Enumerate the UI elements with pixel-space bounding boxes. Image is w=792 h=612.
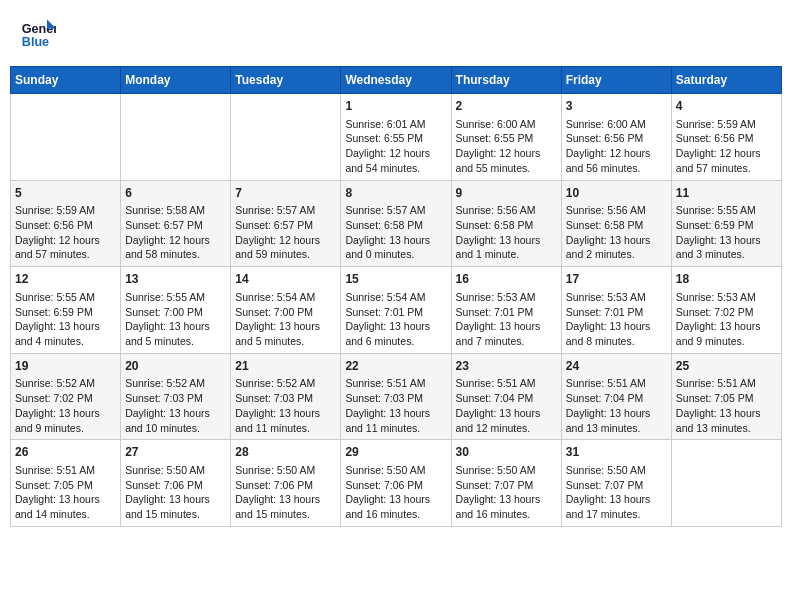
page-header: General Blue: [10, 10, 782, 56]
day-number: 2: [456, 98, 557, 115]
day-number: 16: [456, 271, 557, 288]
calendar-cell: 7Sunrise: 5:57 AM Sunset: 6:57 PM Daylig…: [231, 180, 341, 267]
calendar-cell: 4Sunrise: 5:59 AM Sunset: 6:56 PM Daylig…: [671, 94, 781, 181]
day-info: Sunrise: 5:55 AM Sunset: 6:59 PM Dayligh…: [676, 203, 777, 262]
svg-text:Blue: Blue: [22, 35, 49, 49]
day-number: 30: [456, 444, 557, 461]
day-header-sunday: Sunday: [11, 67, 121, 94]
calendar-cell: 26Sunrise: 5:51 AM Sunset: 7:05 PM Dayli…: [11, 440, 121, 527]
calendar-table: SundayMondayTuesdayWednesdayThursdayFrid…: [10, 66, 782, 527]
calendar-cell: 18Sunrise: 5:53 AM Sunset: 7:02 PM Dayli…: [671, 267, 781, 354]
day-info: Sunrise: 5:51 AM Sunset: 7:04 PM Dayligh…: [566, 376, 667, 435]
week-row-2: 5Sunrise: 5:59 AM Sunset: 6:56 PM Daylig…: [11, 180, 782, 267]
day-number: 27: [125, 444, 226, 461]
day-number: 23: [456, 358, 557, 375]
calendar-cell: 25Sunrise: 5:51 AM Sunset: 7:05 PM Dayli…: [671, 353, 781, 440]
day-header-wednesday: Wednesday: [341, 67, 451, 94]
calendar-cell: 8Sunrise: 5:57 AM Sunset: 6:58 PM Daylig…: [341, 180, 451, 267]
day-info: Sunrise: 5:51 AM Sunset: 7:05 PM Dayligh…: [676, 376, 777, 435]
day-number: 9: [456, 185, 557, 202]
calendar-cell: 16Sunrise: 5:53 AM Sunset: 7:01 PM Dayli…: [451, 267, 561, 354]
day-number: 21: [235, 358, 336, 375]
day-number: 18: [676, 271, 777, 288]
day-number: 8: [345, 185, 446, 202]
day-info: Sunrise: 5:52 AM Sunset: 7:03 PM Dayligh…: [235, 376, 336, 435]
calendar-cell: 12Sunrise: 5:55 AM Sunset: 6:59 PM Dayli…: [11, 267, 121, 354]
day-info: Sunrise: 5:51 AM Sunset: 7:03 PM Dayligh…: [345, 376, 446, 435]
calendar-cell: 28Sunrise: 5:50 AM Sunset: 7:06 PM Dayli…: [231, 440, 341, 527]
calendar-cell: [231, 94, 341, 181]
calendar-cell: 11Sunrise: 5:55 AM Sunset: 6:59 PM Dayli…: [671, 180, 781, 267]
day-number: 1: [345, 98, 446, 115]
day-info: Sunrise: 5:59 AM Sunset: 6:56 PM Dayligh…: [676, 117, 777, 176]
day-info: Sunrise: 5:57 AM Sunset: 6:57 PM Dayligh…: [235, 203, 336, 262]
day-info: Sunrise: 5:53 AM Sunset: 7:01 PM Dayligh…: [566, 290, 667, 349]
day-info: Sunrise: 5:50 AM Sunset: 7:06 PM Dayligh…: [235, 463, 336, 522]
day-info: Sunrise: 5:55 AM Sunset: 7:00 PM Dayligh…: [125, 290, 226, 349]
week-row-5: 26Sunrise: 5:51 AM Sunset: 7:05 PM Dayli…: [11, 440, 782, 527]
calendar-cell: 20Sunrise: 5:52 AM Sunset: 7:03 PM Dayli…: [121, 353, 231, 440]
calendar-cell: 29Sunrise: 5:50 AM Sunset: 7:06 PM Dayli…: [341, 440, 451, 527]
day-number: 4: [676, 98, 777, 115]
calendar-cell: 5Sunrise: 5:59 AM Sunset: 6:56 PM Daylig…: [11, 180, 121, 267]
calendar-cell: 2Sunrise: 6:00 AM Sunset: 6:55 PM Daylig…: [451, 94, 561, 181]
day-number: 22: [345, 358, 446, 375]
day-header-thursday: Thursday: [451, 67, 561, 94]
day-info: Sunrise: 5:54 AM Sunset: 7:00 PM Dayligh…: [235, 290, 336, 349]
day-info: Sunrise: 5:52 AM Sunset: 7:03 PM Dayligh…: [125, 376, 226, 435]
calendar-cell: 17Sunrise: 5:53 AM Sunset: 7:01 PM Dayli…: [561, 267, 671, 354]
day-info: Sunrise: 5:50 AM Sunset: 7:07 PM Dayligh…: [456, 463, 557, 522]
day-number: 3: [566, 98, 667, 115]
day-info: Sunrise: 5:51 AM Sunset: 7:04 PM Dayligh…: [456, 376, 557, 435]
day-number: 29: [345, 444, 446, 461]
day-number: 15: [345, 271, 446, 288]
day-number: 12: [15, 271, 116, 288]
calendar-cell: 10Sunrise: 5:56 AM Sunset: 6:58 PM Dayli…: [561, 180, 671, 267]
day-number: 14: [235, 271, 336, 288]
calendar-cell: 21Sunrise: 5:52 AM Sunset: 7:03 PM Dayli…: [231, 353, 341, 440]
logo-icon: General Blue: [20, 15, 56, 51]
day-info: Sunrise: 5:53 AM Sunset: 7:01 PM Dayligh…: [456, 290, 557, 349]
day-number: 7: [235, 185, 336, 202]
day-info: Sunrise: 5:50 AM Sunset: 7:07 PM Dayligh…: [566, 463, 667, 522]
day-header-monday: Monday: [121, 67, 231, 94]
day-number: 31: [566, 444, 667, 461]
week-row-3: 12Sunrise: 5:55 AM Sunset: 6:59 PM Dayli…: [11, 267, 782, 354]
day-info: Sunrise: 5:52 AM Sunset: 7:02 PM Dayligh…: [15, 376, 116, 435]
day-info: Sunrise: 6:01 AM Sunset: 6:55 PM Dayligh…: [345, 117, 446, 176]
day-number: 25: [676, 358, 777, 375]
day-header-saturday: Saturday: [671, 67, 781, 94]
calendar-cell: 23Sunrise: 5:51 AM Sunset: 7:04 PM Dayli…: [451, 353, 561, 440]
day-info: Sunrise: 5:56 AM Sunset: 6:58 PM Dayligh…: [566, 203, 667, 262]
calendar-cell: 13Sunrise: 5:55 AM Sunset: 7:00 PM Dayli…: [121, 267, 231, 354]
day-info: Sunrise: 5:58 AM Sunset: 6:57 PM Dayligh…: [125, 203, 226, 262]
calendar-cell: 14Sunrise: 5:54 AM Sunset: 7:00 PM Dayli…: [231, 267, 341, 354]
day-info: Sunrise: 5:54 AM Sunset: 7:01 PM Dayligh…: [345, 290, 446, 349]
calendar-cell: [121, 94, 231, 181]
day-number: 17: [566, 271, 667, 288]
calendar-cell: 27Sunrise: 5:50 AM Sunset: 7:06 PM Dayli…: [121, 440, 231, 527]
day-info: Sunrise: 5:57 AM Sunset: 6:58 PM Dayligh…: [345, 203, 446, 262]
calendar-cell: 1Sunrise: 6:01 AM Sunset: 6:55 PM Daylig…: [341, 94, 451, 181]
calendar-cell: [671, 440, 781, 527]
day-number: 28: [235, 444, 336, 461]
calendar-cell: 24Sunrise: 5:51 AM Sunset: 7:04 PM Dayli…: [561, 353, 671, 440]
calendar-cell: 30Sunrise: 5:50 AM Sunset: 7:07 PM Dayli…: [451, 440, 561, 527]
calendar-cell: 6Sunrise: 5:58 AM Sunset: 6:57 PM Daylig…: [121, 180, 231, 267]
week-row-1: 1Sunrise: 6:01 AM Sunset: 6:55 PM Daylig…: [11, 94, 782, 181]
calendar-cell: 31Sunrise: 5:50 AM Sunset: 7:07 PM Dayli…: [561, 440, 671, 527]
calendar-cell: [11, 94, 121, 181]
day-number: 10: [566, 185, 667, 202]
day-number: 11: [676, 185, 777, 202]
day-header-friday: Friday: [561, 67, 671, 94]
calendar-cell: 22Sunrise: 5:51 AM Sunset: 7:03 PM Dayli…: [341, 353, 451, 440]
calendar-cell: 9Sunrise: 5:56 AM Sunset: 6:58 PM Daylig…: [451, 180, 561, 267]
day-info: Sunrise: 5:59 AM Sunset: 6:56 PM Dayligh…: [15, 203, 116, 262]
day-number: 13: [125, 271, 226, 288]
day-number: 20: [125, 358, 226, 375]
day-number: 5: [15, 185, 116, 202]
calendar-cell: 15Sunrise: 5:54 AM Sunset: 7:01 PM Dayli…: [341, 267, 451, 354]
day-info: Sunrise: 5:53 AM Sunset: 7:02 PM Dayligh…: [676, 290, 777, 349]
day-number: 26: [15, 444, 116, 461]
day-info: Sunrise: 5:51 AM Sunset: 7:05 PM Dayligh…: [15, 463, 116, 522]
